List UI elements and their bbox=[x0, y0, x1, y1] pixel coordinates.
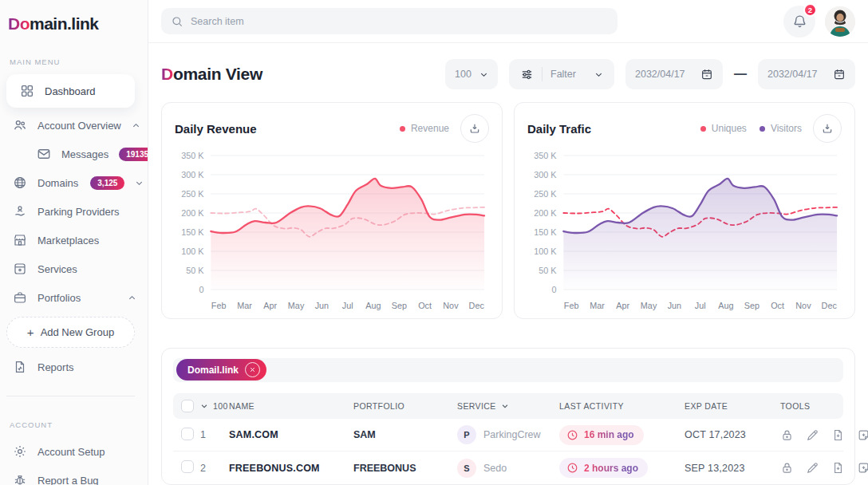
column-header-name[interactable]: NAME bbox=[229, 401, 353, 411]
briefcase-icon bbox=[13, 290, 27, 305]
messages-count-badge: 19135 bbox=[119, 148, 148, 161]
sidebar-item-portfolios[interactable]: Portfolios bbox=[0, 283, 148, 312]
clock-icon bbox=[566, 462, 578, 474]
topbar: 2 bbox=[148, 0, 868, 43]
sidebar-item-report-bug[interactable]: Report a Bug bbox=[0, 466, 148, 485]
svg-text:Jun: Jun bbox=[315, 301, 329, 310]
filter-dropdown[interactable]: Falter bbox=[509, 59, 614, 89]
select-count-value: 100 bbox=[213, 401, 228, 411]
revenue-plot: 350 K300 K250 K200 K150 K100 K50 K0FebMa… bbox=[175, 149, 489, 313]
sidebar-item-label: Reports bbox=[37, 361, 74, 373]
column-header-exp-date[interactable]: EXP DATE bbox=[685, 401, 780, 411]
trafic-plot: 350 K300 K250 K200 K150 K100 K50 K0FebMa… bbox=[527, 149, 842, 313]
filter-tag[interactable]: Domail.link bbox=[176, 359, 266, 381]
svg-text:300 K: 300 K bbox=[181, 170, 204, 179]
add-new-group-button[interactable]: + Add New Group bbox=[6, 317, 135, 348]
svg-text:May: May bbox=[641, 301, 657, 310]
sidebar-item-parking-providers[interactable]: Parking Providers bbox=[0, 197, 148, 226]
sidebar-item-services[interactable]: Services bbox=[0, 254, 148, 283]
main-menu-label: MAIN MENU bbox=[0, 57, 148, 66]
report-document-icon bbox=[13, 360, 27, 374]
sidebar-item-dashboard[interactable]: Dashboard bbox=[6, 74, 135, 108]
domain-name[interactable]: FREEBONUS.COM bbox=[229, 463, 353, 474]
search-input[interactable] bbox=[191, 16, 608, 27]
brand-logo[interactable]: Domain.link bbox=[0, 11, 148, 34]
activity-pill: 2 hours ago bbox=[559, 458, 648, 478]
column-header-portfolio[interactable]: PORTFOLIO bbox=[353, 401, 457, 411]
table-row[interactable]: 2 FREEBONUS.COM FREEBONUS S Sedo 2 hours… bbox=[173, 451, 843, 484]
row-checkbox[interactable] bbox=[181, 460, 194, 473]
table-header-row: 100 NAME PORTFOLIO SERVICE LAST ACTIVITY… bbox=[173, 393, 843, 419]
chart-legend: Revenue bbox=[400, 123, 449, 134]
sidebar-divider bbox=[6, 396, 135, 396]
page-size-dropdown[interactable]: 100 bbox=[445, 59, 498, 89]
svg-text:0: 0 bbox=[551, 285, 556, 294]
notifications-button[interactable]: 2 bbox=[783, 6, 815, 37]
note-add-button[interactable] bbox=[857, 428, 868, 442]
activity-pill: 16 min ago bbox=[559, 425, 644, 445]
select-count-dropdown[interactable]: 100 bbox=[200, 401, 229, 411]
svg-text:Jul: Jul bbox=[695, 301, 706, 310]
svg-text:50 K: 50 K bbox=[539, 266, 557, 275]
file-plus-button[interactable] bbox=[831, 461, 845, 475]
sidebar-item-label: Portfolios bbox=[37, 292, 81, 304]
svg-text:0: 0 bbox=[199, 285, 203, 294]
svg-text:Nov: Nov bbox=[795, 301, 811, 310]
row-checkbox[interactable] bbox=[181, 428, 194, 440]
column-header-last-activity[interactable]: LAST ACTIVITY bbox=[559, 401, 685, 411]
parking-hand-icon bbox=[13, 204, 27, 219]
date-to-picker[interactable]: 2032/04/17 bbox=[758, 59, 855, 89]
svg-text:Sep: Sep bbox=[392, 301, 407, 310]
svg-text:250 K: 250 K bbox=[181, 189, 204, 199]
svg-text:Sep: Sep bbox=[744, 301, 760, 310]
sidebar-item-label: Report a Bug bbox=[37, 475, 99, 485]
select-all-checkbox[interactable] bbox=[181, 400, 194, 412]
svg-text:200 K: 200 K bbox=[181, 208, 204, 218]
svg-text:Feb: Feb bbox=[211, 301, 227, 310]
svg-text:Feb: Feb bbox=[564, 301, 579, 310]
sidebar-item-label: Parking Providers bbox=[37, 206, 120, 218]
note-add-button[interactable] bbox=[857, 461, 868, 475]
edit-button[interactable] bbox=[806, 428, 819, 442]
chart-title: Daily Revenue bbox=[175, 122, 257, 136]
table-row[interactable]: 1 SAM.COM SAM P ParkingCrew 16 min ago bbox=[173, 419, 843, 451]
lock-button[interactable] bbox=[780, 428, 794, 442]
svg-text:Dec: Dec bbox=[822, 301, 838, 310]
sidebar-item-reports[interactable]: Reports bbox=[0, 353, 148, 381]
search-box[interactable] bbox=[161, 8, 617, 34]
domain-name[interactable]: SAM.COM bbox=[229, 429, 353, 440]
bug-icon bbox=[13, 473, 27, 485]
sidebar-item-account-overview[interactable]: Account Overview bbox=[0, 111, 148, 140]
sidebar-item-account-setup[interactable]: Account Setup bbox=[0, 437, 148, 466]
sidebar-item-label: Account Overview bbox=[37, 120, 121, 132]
edit-button[interactable] bbox=[806, 461, 819, 475]
sidebar-item-messages[interactable]: Messages 19135 bbox=[0, 140, 148, 168]
download-icon bbox=[821, 122, 834, 135]
file-plus-button[interactable] bbox=[831, 428, 845, 442]
download-button[interactable] bbox=[813, 114, 842, 143]
close-icon[interactable] bbox=[245, 362, 260, 377]
daily-trafic-chart-card: Daily Trafic UniquesVisitors 350 K300 K2… bbox=[514, 102, 855, 319]
download-button[interactable] bbox=[460, 114, 489, 143]
sidebar: Domain.link MAIN MENU Dashboard Account … bbox=[0, 0, 148, 485]
mail-icon bbox=[37, 147, 51, 161]
column-header-service[interactable]: SERVICE bbox=[457, 401, 559, 411]
svg-text:Nov: Nov bbox=[443, 301, 459, 310]
lock-button[interactable] bbox=[780, 461, 794, 475]
sidebar-item-domains[interactable]: Domains 3,125 bbox=[0, 168, 148, 197]
bell-icon bbox=[792, 14, 807, 29]
legend-item: Visitors bbox=[760, 123, 802, 134]
user-avatar[interactable] bbox=[825, 6, 855, 37]
page-size-value: 100 bbox=[455, 69, 471, 80]
users-icon bbox=[13, 118, 27, 132]
sidebar-item-label: Domains bbox=[37, 177, 78, 189]
service-initial-badge: S bbox=[457, 459, 476, 478]
svg-text:350 K: 350 K bbox=[534, 151, 557, 160]
date-from-picker[interactable]: 2032/04/17 bbox=[625, 59, 723, 89]
service-initial-badge: P bbox=[457, 425, 476, 444]
svg-text:Mar: Mar bbox=[590, 301, 605, 310]
row-number: 1 bbox=[200, 429, 229, 440]
globe-icon bbox=[13, 175, 27, 190]
sidebar-item-marketplaces[interactable]: Marketplaces bbox=[0, 226, 148, 254]
svg-text:150 K: 150 K bbox=[181, 227, 204, 237]
